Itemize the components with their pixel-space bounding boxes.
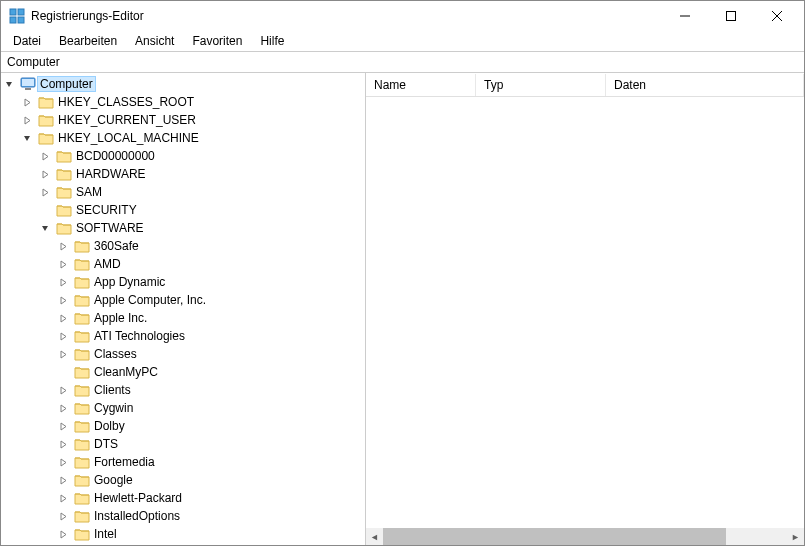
tree-item[interactable]: Clients xyxy=(1,381,365,399)
tree-item[interactable]: Hewlett-Packard xyxy=(1,489,365,507)
maximize-button[interactable] xyxy=(708,1,754,31)
tree-item-label: Classes xyxy=(91,346,140,362)
scroll-right-icon[interactable]: ► xyxy=(787,528,804,545)
folder-icon xyxy=(73,311,91,325)
tree-item[interactable]: Intel xyxy=(1,525,365,543)
tree-item[interactable]: HKEY_CLASSES_ROOT xyxy=(1,93,365,111)
tree-item[interactable]: SOFTWARE xyxy=(1,219,365,237)
chevron-right-icon[interactable] xyxy=(59,440,73,449)
menu-view[interactable]: Ansicht xyxy=(127,32,182,50)
chevron-right-icon[interactable] xyxy=(59,314,73,323)
scroll-left-icon[interactable]: ◄ xyxy=(366,528,383,545)
chevron-right-icon[interactable] xyxy=(41,152,55,161)
tree-item[interactable]: Cygwin xyxy=(1,399,365,417)
chevron-right-icon[interactable] xyxy=(59,422,73,431)
close-button[interactable] xyxy=(754,1,800,31)
folder-icon xyxy=(37,95,55,109)
menubar: Datei Bearbeiten Ansicht Favoriten Hilfe xyxy=(1,31,804,51)
tree-item-label: Hewlett-Packard xyxy=(91,490,185,506)
tree-item[interactable]: SECURITY xyxy=(1,201,365,219)
chevron-right-icon[interactable] xyxy=(59,350,73,359)
chevron-down-icon[interactable] xyxy=(23,134,37,143)
chevron-right-icon[interactable] xyxy=(59,404,73,413)
tree-item[interactable]: BCD00000000 xyxy=(1,147,365,165)
tree-item[interactable]: Google xyxy=(1,471,365,489)
chevron-right-icon[interactable] xyxy=(59,476,73,485)
chevron-right-icon[interactable] xyxy=(41,188,55,197)
minimize-button[interactable] xyxy=(662,1,708,31)
list-body[interactable] xyxy=(366,97,804,528)
tree-item[interactable]: DTS xyxy=(1,435,365,453)
menu-edit[interactable]: Bearbeiten xyxy=(51,32,125,50)
folder-icon xyxy=(73,383,91,397)
tree-item[interactable]: ATI Technologies xyxy=(1,327,365,345)
tree-item[interactable]: Classes xyxy=(1,345,365,363)
menu-favorites[interactable]: Favoriten xyxy=(184,32,250,50)
horizontal-scrollbar[interactable]: ◄ ► xyxy=(366,528,804,545)
chevron-right-icon[interactable] xyxy=(59,512,73,521)
tree-item-label: BCD00000000 xyxy=(73,148,158,164)
chevron-right-icon[interactable] xyxy=(23,98,37,107)
tree-item[interactable]: AMD xyxy=(1,255,365,273)
list-header: Name Typ Daten xyxy=(366,73,804,97)
tree-item[interactable]: Dolby xyxy=(1,417,365,435)
folder-icon xyxy=(73,455,91,469)
column-data[interactable]: Daten xyxy=(606,74,804,96)
chevron-right-icon[interactable] xyxy=(59,260,73,269)
folder-icon xyxy=(55,167,73,181)
chevron-right-icon[interactable] xyxy=(59,458,73,467)
chevron-right-icon[interactable] xyxy=(59,242,73,251)
tree-item[interactable]: HARDWARE xyxy=(1,165,365,183)
svg-rect-9 xyxy=(22,79,34,86)
tree-view[interactable]: ComputerHKEY_CLASSES_ROOTHKEY_CURRENT_US… xyxy=(1,73,365,545)
tree-item-label: Intel xyxy=(91,526,120,542)
menu-help[interactable]: Hilfe xyxy=(252,32,292,50)
folder-icon xyxy=(73,329,91,343)
chevron-right-icon[interactable] xyxy=(59,386,73,395)
tree-item[interactable]: App Dynamic xyxy=(1,273,365,291)
tree-item[interactable]: HKEY_LOCAL_MACHINE xyxy=(1,129,365,147)
folder-icon xyxy=(73,401,91,415)
tree-item[interactable]: Apple Computer, Inc. xyxy=(1,291,365,309)
folder-icon xyxy=(37,113,55,127)
tree-item[interactable]: Apple Inc. xyxy=(1,309,365,327)
folder-icon xyxy=(37,131,55,145)
folder-icon xyxy=(55,149,73,163)
folder-icon xyxy=(73,365,91,379)
chevron-right-icon[interactable] xyxy=(59,494,73,503)
folder-icon xyxy=(73,437,91,451)
tree-item[interactable]: HKEY_CURRENT_USER xyxy=(1,111,365,129)
address-bar[interactable]: Computer xyxy=(1,51,804,73)
tree-item[interactable]: 360Safe xyxy=(1,237,365,255)
svg-rect-1 xyxy=(18,9,24,15)
tree-item-label: Fortemedia xyxy=(91,454,158,470)
tree-item[interactable]: Fortemedia xyxy=(1,453,365,471)
folder-icon xyxy=(73,491,91,505)
chevron-right-icon[interactable] xyxy=(59,332,73,341)
titlebar: Registrierungs-Editor xyxy=(1,1,804,31)
folder-icon xyxy=(73,527,91,541)
menu-file[interactable]: Datei xyxy=(5,32,49,50)
tree-item[interactable]: InstalledOptions xyxy=(1,507,365,525)
tree-item-label: SOFTWARE xyxy=(73,220,147,236)
chevron-right-icon[interactable] xyxy=(59,530,73,539)
tree-item-computer[interactable]: Computer xyxy=(1,75,365,93)
chevron-down-icon[interactable] xyxy=(5,80,19,89)
scroll-thumb[interactable] xyxy=(383,528,726,545)
column-type[interactable]: Typ xyxy=(476,74,606,96)
tree-item-label: App Dynamic xyxy=(91,274,168,290)
chevron-down-icon[interactable] xyxy=(41,224,55,233)
tree-item[interactable]: CleanMyPC xyxy=(1,363,365,381)
svg-rect-2 xyxy=(10,17,16,23)
scroll-track[interactable] xyxy=(383,528,787,545)
column-name[interactable]: Name xyxy=(366,74,476,96)
tree-item[interactable]: SAM xyxy=(1,183,365,201)
chevron-right-icon[interactable] xyxy=(23,116,37,125)
chevron-right-icon[interactable] xyxy=(59,296,73,305)
folder-icon xyxy=(73,347,91,361)
tree-item-label: InstalledOptions xyxy=(91,508,183,524)
tree-item-label: Clients xyxy=(91,382,134,398)
tree-item-label: AMD xyxy=(91,256,124,272)
chevron-right-icon[interactable] xyxy=(59,278,73,287)
chevron-right-icon[interactable] xyxy=(41,170,55,179)
